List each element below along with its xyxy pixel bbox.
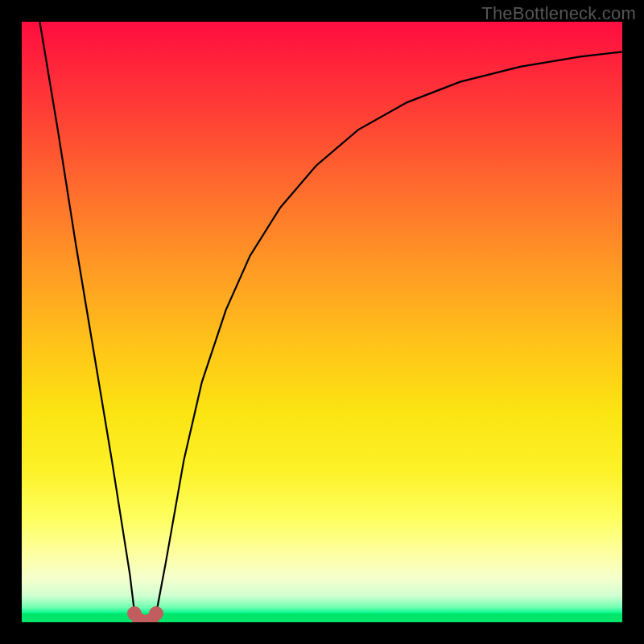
curve-right-branch (156, 52, 622, 613)
plot-area (22, 22, 622, 622)
curve-left-branch (39, 22, 134, 613)
trough-marker-dot (149, 606, 163, 621)
bottleneck-curve (22, 22, 622, 622)
chart-frame: TheBottleneck.com (0, 0, 644, 644)
